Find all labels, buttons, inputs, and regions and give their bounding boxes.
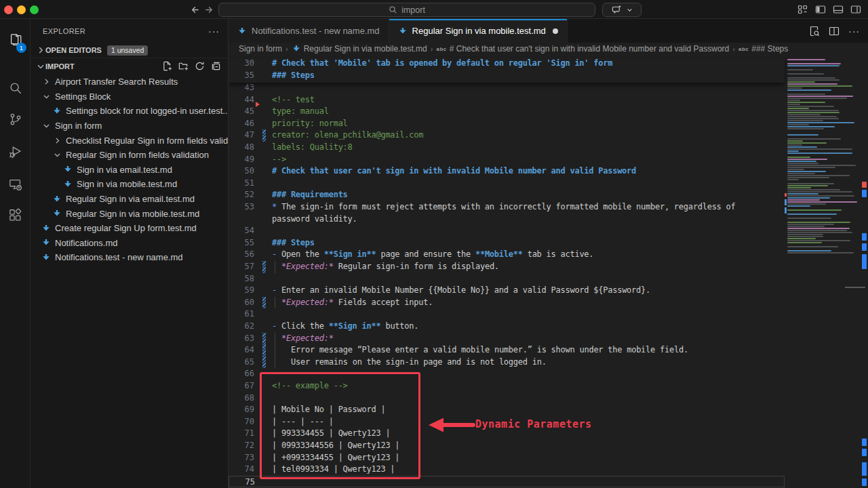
explorer-more-actions-icon[interactable]: ··· (208, 26, 220, 37)
code-line-44[interactable]: 44<!-- test (229, 94, 785, 106)
minimap-line (787, 138, 841, 140)
annotation-arrow-icon (429, 415, 480, 435)
code-line-43[interactable]: 43 (229, 82, 785, 94)
split-editor-icon[interactable] (829, 26, 840, 37)
tree-item-settings-block[interactable]: Settings Block (31, 89, 228, 104)
code-line-60[interactable]: 60*Expected:* Fields accept input. (229, 297, 785, 309)
code-line-63[interactable]: 63*Expected:* (229, 333, 785, 345)
tree-item-sign-in-form[interactable]: Sign in form (31, 119, 228, 134)
code-line-49[interactable]: 49--> (229, 154, 785, 166)
sticky-line-30[interactable]: 30# Check that 'Mobile' tab is opened by… (229, 58, 785, 70)
minimap-line (787, 159, 827, 160)
breadcrumb-item[interactable]: Sign in form (239, 44, 282, 54)
code-text: * The sign-in form must reject attempts … (272, 201, 736, 214)
tree-item-label: Sign in via mobile.test.md (77, 179, 177, 189)
window-minimize-button[interactable] (17, 5, 26, 14)
tree-item-notifications-test-new-name-md[interactable]: Notifications.test - new name.md (31, 250, 228, 265)
new-folder-icon[interactable] (178, 61, 189, 72)
minimap-line (787, 140, 803, 142)
tree-item-regular-sign-in-via-mobile-test-md[interactable]: Regular Sign in via mobile.test.md (31, 206, 228, 221)
tree-item-airport-transfer-search-results[interactable]: Airport Transfer Search Results (31, 75, 228, 89)
code-line-46[interactable]: 46priority: normal (229, 118, 785, 130)
minimap-line (787, 120, 823, 121)
code-line-55[interactable]: 55### Steps (229, 237, 785, 249)
breadcrumb-item[interactable]: Regular Sign in via mobile.test.md (292, 44, 427, 54)
line-number: 47 (234, 129, 254, 142)
navigate-back-button[interactable] (187, 3, 201, 16)
minimap[interactable] (785, 58, 861, 261)
tree-item-sign-in-via-email-test-md[interactable]: Sign in via email.test.md (31, 163, 228, 178)
code-line-62[interactable]: 62- Click the **Sign in** button. (229, 321, 785, 333)
unsaved-dot-icon[interactable] (553, 28, 558, 34)
navigate-forward-button[interactable] (203, 3, 216, 16)
tab-label: Notifications.test - new name.md (252, 26, 380, 36)
titlebar: import (0, 0, 868, 19)
code-line-61[interactable]: 61 (229, 308, 785, 321)
code-line-65[interactable]: 65User remains on the sign-in page and i… (229, 357, 785, 369)
sticky-scroll[interactable]: 30# Check that 'Mobile' tab is opened by… (229, 58, 785, 83)
code-line-64[interactable]: 64Error message “Please enter a valid mo… (229, 344, 785, 357)
overview-ruler-mark (862, 190, 867, 197)
breadcrumb-item[interactable]: abc# Check that user can't sign in with … (436, 44, 729, 54)
overview-ruler[interactable] (861, 55, 868, 488)
code-line-53[interactable]: 53* The sign-in form must reject attempt… (229, 201, 785, 214)
code-line-51[interactable]: 51 (229, 178, 785, 190)
line-number: 49 (234, 154, 254, 166)
minimap-line (787, 173, 815, 174)
code-line-52[interactable]: 52### Requirements (229, 189, 785, 201)
line-number: 68 (234, 392, 254, 405)
minimap-line (787, 79, 840, 81)
window-close-button[interactable] (4, 5, 13, 14)
tree-item-sign-in-via-mobile-test-md[interactable]: Sign in via mobile.test.md (31, 177, 228, 192)
test-file-arrow-icon (62, 164, 73, 175)
code-line-50[interactable]: 50# Check that user can't sign in with i… (229, 165, 785, 178)
tab-regular-sign-in-via-mobile-test-md[interactable]: Regular Sign in via mobile.test.md (389, 19, 568, 43)
code-line-59[interactable]: 59- Enter an invalid Mobile Number {{Mob… (229, 285, 785, 297)
window-zoom-button[interactable] (30, 5, 39, 14)
code-line-54[interactable]: 54 (229, 225, 785, 237)
code-line-47[interactable]: 47creator: olena_pchilka@gmail.com (229, 129, 785, 142)
sticky-line-35[interactable]: 35### Steps (229, 70, 785, 82)
tree-item-create-regular-sign-up-form-test-md[interactable]: Create regular Sign Up form.test.md (31, 221, 228, 236)
open-preview-icon[interactable] (809, 26, 820, 37)
command-center-search[interactable]: import (218, 3, 595, 17)
breadcrumb[interactable]: Sign in form›Regular Sign in via mobile.… (229, 43, 868, 55)
code-line-wrap[interactable]: password validity. (229, 214, 785, 226)
collapse-folders-icon[interactable] (210, 61, 221, 72)
minimap-line (787, 201, 857, 203)
code-text: *Expected:* Fields accept input. (281, 297, 433, 309)
run-and-debug-view-icon[interactable] (0, 138, 31, 165)
code-line-56[interactable]: 56- Open the **Sign in** page and ensure… (229, 249, 785, 261)
tab-label: Regular Sign in via mobile.test.md (412, 26, 546, 36)
tree-item-notifications-md[interactable]: Notifications.md (31, 236, 228, 251)
open-editors-section[interactable]: OPEN EDITORS 1 unsaved (31, 43, 228, 58)
import-section-header[interactable]: IMPORT (31, 58, 228, 74)
remote-explorer-view-icon[interactable] (0, 171, 31, 198)
scrollbar-slider-edge[interactable] (845, 287, 865, 288)
refresh-explorer-icon[interactable] (194, 61, 205, 72)
toggle-secondary-sidebar-icon[interactable] (850, 4, 861, 16)
toggle-primary-sidebar-icon[interactable] (814, 4, 826, 16)
editor-more-actions-icon[interactable]: ··· (848, 26, 860, 37)
customize-layout-icon[interactable] (797, 4, 808, 16)
copilot-menu-button[interactable] (602, 3, 642, 17)
tree-item-regular-sign-in-via-email-test-md[interactable]: Regular Sign in via email.test.md (31, 192, 228, 207)
code-line-45[interactable]: 45type: manual (229, 106, 785, 118)
minimap-line (787, 218, 831, 219)
tree-item-regular-sign-in-form-fields-validation[interactable]: Regular Sign in form fields validation (31, 148, 228, 163)
breadcrumb-item[interactable]: abc### Steps (738, 44, 788, 54)
extensions-view-icon[interactable] (0, 202, 31, 229)
tree-item-settings-block-for-not-logged-in-user-test[interactable]: Settings block for not logged-in user.te… (31, 104, 228, 119)
source-control-view-icon[interactable] (0, 106, 31, 133)
code-line-48[interactable]: 48labels: Quality:8 (229, 142, 785, 154)
code-line-57[interactable]: 57*Expected:* Regular sign-in form is di… (229, 261, 785, 273)
minimap-line (787, 108, 809, 109)
explorer-view-icon[interactable]: 1 (0, 27, 31, 54)
search-view-icon[interactable] (0, 75, 31, 102)
tab-notifications-test-new-name-md[interactable]: Notifications.test - new name.md (229, 19, 389, 43)
toggle-panel-icon[interactable] (832, 4, 844, 16)
code-line-58[interactable]: 58 (229, 273, 785, 285)
minimap-line (787, 191, 852, 192)
tree-item-checklist-regular-sign-in-form-fields-vali[interactable]: Checklist Regular Sign in form fields va… (31, 133, 228, 148)
new-file-icon[interactable] (161, 61, 172, 72)
